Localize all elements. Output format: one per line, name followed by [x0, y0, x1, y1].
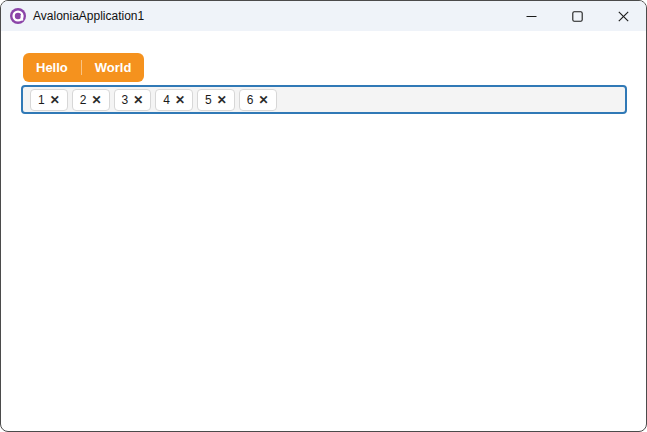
remove-tag-icon[interactable]: ✕ — [133, 90, 143, 110]
tag-chip: 4✕ — [155, 89, 193, 111]
remove-tag-icon[interactable]: ✕ — [175, 90, 185, 110]
remove-tag-icon[interactable]: ✕ — [217, 90, 227, 110]
tag-chip-label: 5 — [205, 90, 212, 110]
remove-tag-icon[interactable]: ✕ — [91, 90, 101, 110]
window-controls — [508, 1, 646, 31]
minimize-icon — [526, 11, 537, 22]
tag-chip: 6✕ — [239, 89, 277, 111]
maximize-button[interactable] — [554, 1, 600, 31]
tag-chip-label: 3 — [122, 90, 129, 110]
remove-tag-icon[interactable]: ✕ — [50, 90, 60, 110]
window-title: AvaloniaApplication1 — [33, 9, 144, 23]
tag-chip: 5✕ — [197, 89, 235, 111]
tag-chip: 2✕ — [72, 89, 110, 111]
tab-hello[interactable]: Hello — [23, 53, 81, 82]
minimize-button[interactable] — [508, 1, 554, 31]
tag-chip: 3✕ — [114, 89, 152, 111]
tag-chip-label: 1 — [38, 90, 45, 110]
tab-strip: HelloWorld — [23, 53, 144, 82]
maximize-icon — [572, 11, 583, 22]
tag-chip: 1✕ — [30, 89, 68, 111]
tab-world[interactable]: World — [82, 53, 145, 82]
close-icon — [618, 11, 629, 22]
remove-tag-icon[interactable]: ✕ — [258, 90, 268, 110]
tag-chip-label: 6 — [247, 90, 254, 110]
avalonia-logo-icon — [10, 8, 26, 24]
titlebar[interactable]: AvaloniaApplication1 — [1, 1, 646, 31]
close-button[interactable] — [600, 1, 646, 31]
tag-chip-label: 2 — [80, 90, 87, 110]
tag-input-container[interactable]: 1✕2✕3✕4✕5✕6✕ — [21, 85, 627, 114]
tag-chip-label: 4 — [163, 90, 170, 110]
app-window: AvaloniaApplication1 HelloWorld 1✕2✕3✕4✕… — [0, 0, 647, 432]
